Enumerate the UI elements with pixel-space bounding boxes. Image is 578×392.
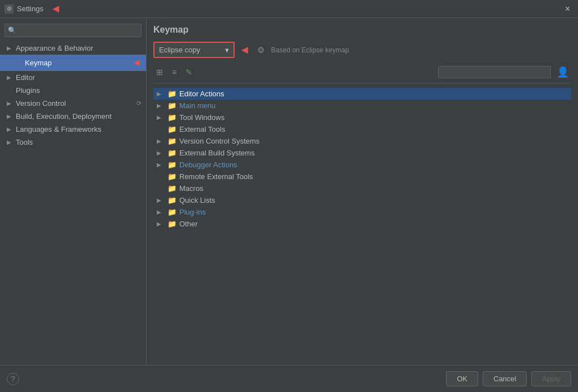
tree-arrow-main-menu: ▶ — [157, 103, 165, 109]
title-bar-title: Settings — [17, 5, 43, 13]
keymap-select[interactable]: Eclipse copy Default Eclipse Mac OS X Em… — [155, 43, 233, 57]
collapse-all-button[interactable]: ≡ — [169, 66, 179, 78]
tree-arrow-quick-lists: ▶ — [157, 197, 165, 203]
keymap-sidebar-arrow: ◄ — [131, 57, 142, 69]
sidebar-item-label-languages: Languages & Frameworks — [16, 125, 102, 133]
help-button[interactable]: ? — [7, 373, 19, 385]
sidebar-item-label-editor: Editor — [16, 73, 35, 82]
sidebar-search-input[interactable] — [5, 24, 142, 37]
bottom-right: OK Cancel Apply — [446, 371, 571, 386]
sidebar-item-label-plugins: Plugins — [16, 86, 40, 95]
keymap-select-wrapper: Eclipse copy Default Eclipse Mac OS X Em… — [153, 42, 235, 58]
folder-icon-ext-build: 📁 — [167, 149, 177, 157]
search-wrap: 🔍 — [438, 66, 551, 78]
tree-item-main-menu[interactable]: ▶ 📁 Main menu — [153, 100, 571, 112]
sidebar-item-label-build: Build, Execution, Deployment — [16, 112, 112, 121]
folder-icon-main-menu: 📁 — [167, 101, 177, 110]
sidebar-item-label-keymap: Keymap — [25, 59, 52, 67]
search-actions: 🔍 👤 — [438, 65, 571, 79]
tree-item-quick-lists[interactable]: ▶ 📁 Quick Lists — [153, 194, 571, 206]
close-button[interactable]: × — [562, 3, 573, 15]
keymap-gear-button[interactable]: ⚙ — [255, 44, 267, 56]
keymap-based-on-text: Based on Eclipse keymap — [271, 46, 349, 54]
folder-icon-external-tools: 📁 — [167, 125, 177, 133]
sidebar-item-editor[interactable]: ▶ Editor — [0, 71, 146, 84]
expand-arrow-tools: ▶ — [7, 139, 14, 145]
tree-arrow-editor-actions: ▶ — [157, 91, 165, 97]
expand-arrow-appearance: ▶ — [7, 45, 14, 51]
vcs-sync-icon: ⟳ — [136, 100, 142, 107]
tree-label-external-tools: External Tools — [179, 125, 568, 133]
expand-arrow-build: ▶ — [7, 113, 14, 119]
content-title: Keymap — [153, 25, 571, 35]
sidebar-item-label-tools: Tools — [16, 138, 33, 146]
tree-item-editor-actions[interactable]: ▶ 📁 Editor Actions — [153, 88, 571, 100]
apply-button[interactable]: Apply — [531, 371, 571, 386]
sidebar-item-languages[interactable]: ▶ Languages & Frameworks — [0, 123, 146, 136]
sidebar-item-plugins[interactable]: Plugins — [0, 84, 146, 97]
tree-arrow-debugger-actions: ▶ — [157, 162, 165, 168]
expand-all-button[interactable]: ⊞ — [153, 66, 166, 78]
tree-label-macros: Macros — [179, 184, 568, 193]
sidebar-item-label-vcs: Version Control — [16, 99, 66, 108]
title-bar-left: ⚙ Settings ◄ — [5, 2, 61, 15]
tree-item-plug-ins[interactable]: ▶ 📁 Plug-ins — [153, 206, 571, 218]
keymap-red-arrow: ◄ — [239, 43, 250, 56]
expand-arrow-vcs: ▶ — [7, 100, 14, 106]
sidebar-item-keymap[interactable]: Keymap ◄ — [0, 55, 146, 71]
tree-label-editor-actions: Editor Actions — [179, 90, 568, 98]
sidebar-item-appearance[interactable]: ▶ Appearance & Behavior — [0, 42, 146, 55]
sidebar-item-vcs[interactable]: ▶ Version Control ⟳ — [0, 97, 146, 110]
folder-icon-debugger-actions: 📁 — [167, 161, 177, 169]
actions-search-input[interactable] — [438, 66, 551, 78]
tree-label-debugger-actions: Debugger Actions — [179, 161, 568, 169]
folder-icon-other: 📁 — [167, 220, 177, 228]
sidebar-item-tools[interactable]: ▶ Tools — [0, 136, 146, 149]
settings-icon: ⚙ — [5, 5, 14, 14]
tree-item-other[interactable]: ▶ 📁 Other — [153, 218, 571, 230]
tree-arrow-tool-windows: ▶ — [157, 114, 165, 121]
tree-label-quick-lists: Quick Lists — [179, 196, 568, 204]
tree-label-ext-build: External Build Systems — [179, 149, 568, 157]
tree-item-remote-ext[interactable]: 📁 Remote External Tools — [153, 171, 571, 182]
tree-item-debugger-actions[interactable]: ▶ 📁 Debugger Actions — [153, 159, 571, 171]
main-container: 🔍 ▶ Appearance & Behavior Keymap ◄ ▶ Edi… — [0, 18, 578, 365]
content-area: Keymap Eclipse copy Default Eclipse Mac … — [147, 18, 578, 365]
sidebar: 🔍 ▶ Appearance & Behavior Keymap ◄ ▶ Edi… — [0, 18, 147, 365]
sidebar-search-box[interactable]: 🔍 — [5, 24, 142, 37]
keymap-row: Eclipse copy Default Eclipse Mac OS X Em… — [153, 42, 571, 58]
sidebar-item-label-appearance: Appearance & Behavior — [16, 44, 93, 52]
tree-label-remote-ext: Remote External Tools — [179, 172, 568, 181]
title-bar: ⚙ Settings ◄ × — [0, 0, 578, 18]
tree-item-macros[interactable]: 📁 Macros — [153, 182, 571, 194]
cancel-button[interactable]: Cancel — [483, 371, 527, 386]
tree-item-external-tools[interactable]: 📁 External Tools — [153, 123, 571, 135]
folder-icon-macros: 📁 — [167, 184, 177, 193]
folder-icon-plug-ins: 📁 — [167, 208, 177, 216]
folder-icon-vcs-tree: 📁 — [167, 137, 177, 145]
expand-arrow-editor: ▶ — [7, 74, 14, 81]
tree-list: ▶ 📁 Editor Actions ▶ 📁 Main menu ▶ 📁 Too… — [153, 88, 571, 230]
sidebar-item-build[interactable]: ▶ Build, Execution, Deployment — [0, 110, 146, 123]
tree-label-tool-windows: Tool Windows — [179, 113, 568, 122]
sidebar-search-icon: 🔍 — [8, 26, 16, 34]
keymap-toolbar: ⊞ ≡ ✎ 🔍 👤 — [153, 65, 571, 83]
keymap-toolbar-left: ⊞ ≡ ✎ — [153, 66, 195, 78]
tree-arrow-ext-build: ▶ — [157, 150, 165, 156]
tree-item-ext-build[interactable]: ▶ 📁 External Build Systems — [153, 147, 571, 159]
person-icon-button[interactable]: 👤 — [554, 65, 571, 79]
edit-shortcuts-button[interactable]: ✎ — [183, 66, 195, 78]
ok-button[interactable]: OK — [446, 371, 478, 386]
folder-icon-quick-lists: 📁 — [167, 196, 177, 204]
folder-icon-tool-windows: 📁 — [167, 113, 177, 122]
tree-label-plug-ins: Plug-ins — [179, 208, 568, 216]
tree-label-vcs-tree: Version Control Systems — [179, 137, 568, 145]
tree-item-vcs-tree[interactable]: ▶ 📁 Version Control Systems — [153, 135, 571, 147]
tree-arrow-vcs-tree: ▶ — [157, 138, 165, 144]
tree-label-other: Other — [179, 220, 568, 228]
tree-arrow-other: ▶ — [157, 221, 165, 227]
bottom-bar: ? OK Cancel Apply — [0, 365, 578, 392]
folder-icon-editor-actions: 📁 — [167, 90, 177, 98]
bottom-left: ? — [7, 373, 19, 385]
tree-item-tool-windows[interactable]: ▶ 📁 Tool Windows — [153, 112, 571, 123]
